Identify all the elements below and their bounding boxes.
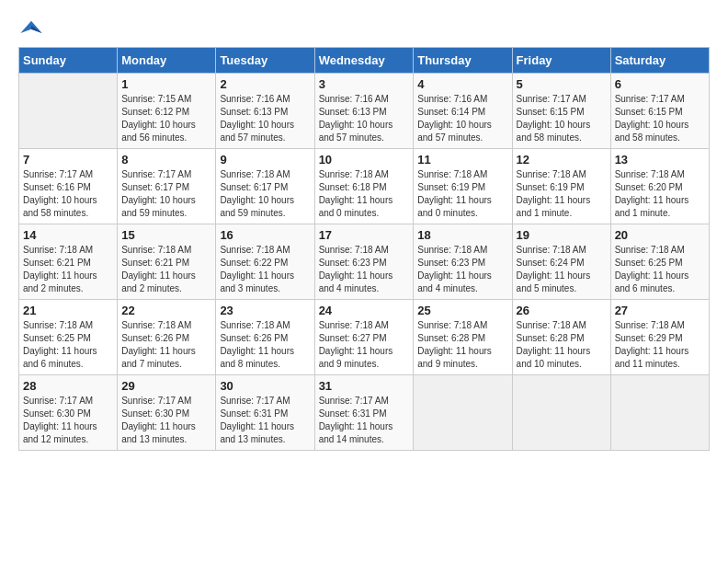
day-info: Sunrise: 7:17 AM Sunset: 6:31 PM Dayligh… bbox=[319, 395, 410, 446]
day-info: Sunrise: 7:18 AM Sunset: 6:19 PM Dayligh… bbox=[417, 168, 507, 220]
calendar-cell: 9Sunrise: 7:18 AM Sunset: 6:17 PM Daylig… bbox=[216, 149, 314, 224]
calendar-cell: 6Sunrise: 7:17 AM Sunset: 6:15 PM Daylig… bbox=[610, 74, 709, 149]
day-number: 31 bbox=[319, 379, 410, 393]
calendar-cell: 22Sunrise: 7:18 AM Sunset: 6:26 PM Dayli… bbox=[118, 300, 216, 375]
day-info: Sunrise: 7:17 AM Sunset: 6:15 PM Dayligh… bbox=[615, 93, 705, 144]
calendar-cell: 16Sunrise: 7:18 AM Sunset: 6:22 PM Dayli… bbox=[216, 224, 314, 300]
day-info: Sunrise: 7:18 AM Sunset: 6:21 PM Dayligh… bbox=[121, 244, 211, 295]
calendar-cell: 12Sunrise: 7:18 AM Sunset: 6:19 PM Dayli… bbox=[512, 149, 610, 224]
day-number: 27 bbox=[615, 304, 705, 317]
calendar-cell bbox=[610, 375, 709, 451]
day-info: Sunrise: 7:18 AM Sunset: 6:18 PM Dayligh… bbox=[319, 168, 410, 220]
day-number: 26 bbox=[517, 304, 607, 317]
calendar-cell: 11Sunrise: 7:18 AM Sunset: 6:19 PM Dayli… bbox=[414, 149, 512, 224]
day-header-tuesday: Tuesday bbox=[216, 48, 314, 74]
day-info: Sunrise: 7:17 AM Sunset: 6:15 PM Dayligh… bbox=[517, 93, 607, 144]
calendar-cell bbox=[19, 74, 118, 149]
day-number: 4 bbox=[417, 77, 507, 91]
day-number: 16 bbox=[220, 228, 310, 242]
day-info: Sunrise: 7:18 AM Sunset: 6:26 PM Dayligh… bbox=[121, 319, 211, 371]
week-row-4: 21Sunrise: 7:18 AM Sunset: 6:25 PM Dayli… bbox=[19, 300, 710, 375]
day-number: 21 bbox=[23, 304, 113, 317]
calendar-cell: 27Sunrise: 7:18 AM Sunset: 6:29 PM Dayli… bbox=[610, 300, 709, 375]
day-info: Sunrise: 7:18 AM Sunset: 6:27 PM Dayligh… bbox=[319, 319, 410, 371]
calendar-cell: 20Sunrise: 7:18 AM Sunset: 6:25 PM Dayli… bbox=[610, 224, 709, 300]
calendar-cell: 29Sunrise: 7:17 AM Sunset: 6:30 PM Dayli… bbox=[118, 375, 216, 451]
day-number: 17 bbox=[319, 228, 410, 242]
day-info: Sunrise: 7:18 AM Sunset: 6:20 PM Dayligh… bbox=[615, 168, 705, 220]
calendar-cell: 5Sunrise: 7:17 AM Sunset: 6:15 PM Daylig… bbox=[512, 74, 610, 149]
day-number: 1 bbox=[121, 77, 211, 91]
day-number: 15 bbox=[121, 228, 211, 242]
calendar-cell: 31Sunrise: 7:17 AM Sunset: 6:31 PM Dayli… bbox=[314, 375, 414, 451]
header bbox=[18, 18, 710, 38]
day-info: Sunrise: 7:18 AM Sunset: 6:17 PM Dayligh… bbox=[220, 168, 310, 220]
logo bbox=[18, 18, 48, 38]
calendar-cell: 23Sunrise: 7:18 AM Sunset: 6:26 PM Dayli… bbox=[216, 300, 314, 375]
day-info: Sunrise: 7:18 AM Sunset: 6:24 PM Dayligh… bbox=[517, 244, 607, 295]
days-header-row: SundayMondayTuesdayWednesdayThursdayFrid… bbox=[19, 48, 710, 74]
day-info: Sunrise: 7:18 AM Sunset: 6:26 PM Dayligh… bbox=[220, 319, 310, 371]
week-row-1: 1Sunrise: 7:15 AM Sunset: 6:12 PM Daylig… bbox=[19, 74, 710, 149]
calendar-cell: 30Sunrise: 7:17 AM Sunset: 6:31 PM Dayli… bbox=[216, 375, 314, 451]
week-row-2: 7Sunrise: 7:17 AM Sunset: 6:16 PM Daylig… bbox=[19, 149, 710, 224]
day-number: 11 bbox=[417, 153, 507, 167]
day-number: 19 bbox=[517, 228, 607, 242]
calendar-cell: 19Sunrise: 7:18 AM Sunset: 6:24 PM Dayli… bbox=[512, 224, 610, 300]
day-number: 20 bbox=[615, 228, 705, 242]
day-number: 30 bbox=[220, 379, 310, 393]
calendar-cell: 8Sunrise: 7:17 AM Sunset: 6:17 PM Daylig… bbox=[118, 149, 216, 224]
calendar-cell: 13Sunrise: 7:18 AM Sunset: 6:20 PM Dayli… bbox=[610, 149, 709, 224]
calendar-cell: 10Sunrise: 7:18 AM Sunset: 6:18 PM Dayli… bbox=[314, 149, 414, 224]
day-number: 8 bbox=[121, 153, 211, 167]
day-number: 7 bbox=[23, 153, 113, 167]
day-info: Sunrise: 7:18 AM Sunset: 6:29 PM Dayligh… bbox=[615, 319, 705, 371]
calendar-cell bbox=[512, 375, 610, 451]
day-header-thursday: Thursday bbox=[414, 48, 512, 74]
day-info: Sunrise: 7:18 AM Sunset: 6:28 PM Dayligh… bbox=[417, 319, 507, 371]
calendar-cell bbox=[414, 375, 512, 451]
day-info: Sunrise: 7:18 AM Sunset: 6:21 PM Dayligh… bbox=[23, 244, 113, 295]
day-info: Sunrise: 7:17 AM Sunset: 6:30 PM Dayligh… bbox=[121, 395, 211, 446]
calendar-cell: 21Sunrise: 7:18 AM Sunset: 6:25 PM Dayli… bbox=[19, 300, 118, 375]
day-info: Sunrise: 7:18 AM Sunset: 6:28 PM Dayligh… bbox=[517, 319, 607, 371]
day-info: Sunrise: 7:18 AM Sunset: 6:23 PM Dayligh… bbox=[319, 244, 410, 295]
calendar-cell: 3Sunrise: 7:16 AM Sunset: 6:13 PM Daylig… bbox=[314, 74, 414, 149]
day-number: 5 bbox=[517, 77, 607, 91]
calendar-cell: 28Sunrise: 7:17 AM Sunset: 6:30 PM Dayli… bbox=[19, 375, 118, 451]
day-number: 23 bbox=[220, 304, 310, 317]
day-info: Sunrise: 7:18 AM Sunset: 6:19 PM Dayligh… bbox=[517, 168, 607, 220]
day-number: 14 bbox=[23, 228, 113, 242]
calendar-cell: 2Sunrise: 7:16 AM Sunset: 6:13 PM Daylig… bbox=[216, 74, 314, 149]
day-number: 29 bbox=[121, 379, 211, 393]
day-info: Sunrise: 7:18 AM Sunset: 6:22 PM Dayligh… bbox=[220, 244, 310, 295]
day-number: 18 bbox=[417, 228, 507, 242]
day-header-friday: Friday bbox=[512, 48, 610, 74]
day-info: Sunrise: 7:17 AM Sunset: 6:31 PM Dayligh… bbox=[220, 395, 310, 446]
calendar-cell: 17Sunrise: 7:18 AM Sunset: 6:23 PM Dayli… bbox=[314, 224, 414, 300]
day-info: Sunrise: 7:16 AM Sunset: 6:14 PM Dayligh… bbox=[417, 93, 507, 144]
day-number: 10 bbox=[319, 153, 410, 167]
day-number: 6 bbox=[615, 77, 705, 91]
day-info: Sunrise: 7:16 AM Sunset: 6:13 PM Dayligh… bbox=[319, 93, 410, 144]
day-number: 22 bbox=[121, 304, 211, 317]
day-header-wednesday: Wednesday bbox=[314, 48, 414, 74]
day-info: Sunrise: 7:18 AM Sunset: 6:25 PM Dayligh… bbox=[23, 319, 113, 371]
calendar-cell: 15Sunrise: 7:18 AM Sunset: 6:21 PM Dayli… bbox=[118, 224, 216, 300]
calendar-cell: 4Sunrise: 7:16 AM Sunset: 6:14 PM Daylig… bbox=[414, 74, 512, 149]
calendar-cell: 18Sunrise: 7:18 AM Sunset: 6:23 PM Dayli… bbox=[414, 224, 512, 300]
logo-bird-icon bbox=[18, 19, 44, 38]
day-number: 25 bbox=[417, 304, 507, 317]
day-header-saturday: Saturday bbox=[610, 48, 709, 74]
day-header-sunday: Sunday bbox=[19, 48, 118, 74]
day-info: Sunrise: 7:18 AM Sunset: 6:23 PM Dayligh… bbox=[417, 244, 507, 295]
day-info: Sunrise: 7:18 AM Sunset: 6:25 PM Dayligh… bbox=[615, 244, 705, 295]
calendar-cell: 24Sunrise: 7:18 AM Sunset: 6:27 PM Dayli… bbox=[314, 300, 414, 375]
day-number: 2 bbox=[220, 77, 310, 91]
day-number: 9 bbox=[220, 153, 310, 167]
day-info: Sunrise: 7:15 AM Sunset: 6:12 PM Dayligh… bbox=[121, 93, 211, 144]
day-number: 28 bbox=[23, 379, 113, 393]
week-row-5: 28Sunrise: 7:17 AM Sunset: 6:30 PM Dayli… bbox=[19, 375, 710, 451]
day-info: Sunrise: 7:17 AM Sunset: 6:17 PM Dayligh… bbox=[121, 168, 211, 220]
day-info: Sunrise: 7:17 AM Sunset: 6:30 PM Dayligh… bbox=[23, 395, 113, 446]
